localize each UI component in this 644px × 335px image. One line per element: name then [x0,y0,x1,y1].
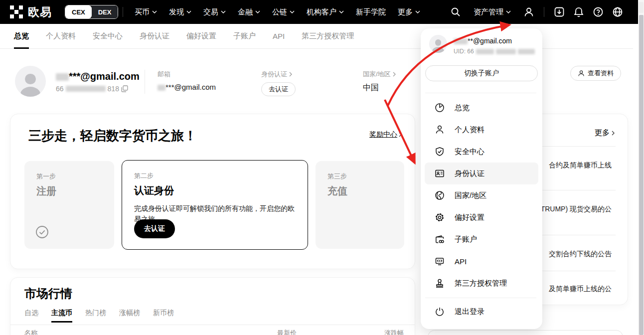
check-circle-icon [35,225,49,239]
market-tab-favorites[interactable]: 自选 [24,309,38,323]
tab-subaccounts[interactable]: 子账户 [233,24,256,49]
column-name: 名称 [24,329,37,335]
chevron-down-icon [290,10,295,13]
globe-icon[interactable] [612,6,623,17]
announcements-more-link[interactable]: 更多 [595,128,615,138]
step-title: 注册 [36,184,102,198]
toggle-cex[interactable]: CEX [65,5,92,18]
nav-more[interactable]: 更多 [398,7,420,17]
assets-menu[interactable]: 资产管理 [474,7,511,17]
id-card-icon [435,168,445,178]
tab-api[interactable]: API [273,24,285,49]
chevron-down-icon [255,10,260,13]
nav-buy-crypto[interactable]: 买币 [135,7,157,17]
search-icon[interactable] [450,6,461,17]
step-number: 第一步 [36,172,102,181]
help-icon[interactable] [593,6,604,17]
menu-overview[interactable]: 总览 [425,97,538,119]
nav-chains[interactable]: 公链 [272,7,295,17]
nav-trade[interactable]: 交易 [203,7,226,17]
gear-icon [435,212,445,222]
menu-identity-verification[interactable]: 身份认证 [425,163,538,184]
step-number: 第二步 [134,171,296,180]
nav-academy[interactable]: 新手学院 [356,7,386,17]
scrollbar-up-button[interactable] [639,2,644,13]
step-title: 充值 [327,184,392,198]
menu-logout[interactable]: 退出登录 [425,301,538,323]
top-navbar: 欧易 CEX DEX 买币 发现 交易 金融 公链 机构客户 新手学院 更多 资… [0,0,644,24]
email-label: 邮箱 [158,70,216,79]
menu-personal-info[interactable]: 个人资料 [425,119,538,141]
tab-third-party-auth[interactable]: 第三方授权管理 [302,24,354,49]
rewards-center-link[interactable]: 奖励中心 [369,130,402,139]
menu-security-center[interactable]: 安全中心 [425,141,538,163]
pie-chart-icon [435,103,445,113]
announcement-item[interactable]: TRUMP) 现货交易的公 [541,205,612,214]
tab-identity-verification[interactable]: 身份认证 [140,24,169,49]
account-uid: 66818 [56,85,128,93]
brand-name[interactable]: 欧易 [28,4,52,20]
navbar-divider [123,7,123,17]
step-number: 第三步 [327,172,392,181]
switch-subaccount-button[interactable]: 切换子账户 [425,65,538,81]
kyc-label[interactable]: 身份认证 [261,70,296,79]
cex-dex-toggle: CEX DEX [65,5,118,19]
chevron-right-icon [393,72,396,77]
menu-preferences[interactable]: 偏好设置 [425,206,538,228]
api-icon [435,256,445,266]
market-tab-new[interactable]: 新币榜 [153,309,174,323]
account-icon[interactable] [523,6,534,17]
market-tab-hot[interactable]: 热门榜 [85,309,106,323]
column-change: 涨跌幅 [384,329,404,335]
verify-now-button[interactable]: 去认证 [261,82,296,96]
dropdown-uid: UID: 66 [454,48,535,55]
nav-finance[interactable]: 金融 [238,7,260,17]
toggle-dex[interactable]: DEX [92,5,118,18]
dropdown-menu: 总览 个人资料 安全中心 身份认证 国家/地区 偏好设置 [425,97,538,294]
chevron-down-icon [152,10,157,13]
download-icon[interactable] [554,6,565,17]
announcement-item[interactable]: 合约及简单赚币上线 [549,161,612,170]
tab-overview[interactable]: 总览 [14,24,29,49]
okx-account-overview-page: 欧易 CEX DEX 买币 发现 交易 金融 公链 机构客户 新手学院 更多 资… [0,0,644,335]
onboarding-card: 三步走，轻启数字货币之旅！ 奖励中心 第一步 注册 第二步 认证身份 完成身份认… [10,114,415,269]
market-tab-mainstream[interactable]: 主流币 [51,309,72,323]
kyc-field: 身份认证 去认证 [261,70,296,96]
copy-icon[interactable] [121,85,128,92]
page-scrollbar[interactable] [638,0,644,335]
announcement-item[interactable]: 及简单赚币上线的公 [549,285,612,294]
okx-logo-icon[interactable] [10,5,23,18]
nav-discover[interactable]: 发现 [169,7,191,17]
tab-security-center[interactable]: 安全中心 [93,24,123,49]
chevron-down-icon [186,10,191,13]
nav-institutions[interactable]: 机构客户 [307,7,344,17]
account-email: ***@gmail.com [56,71,140,82]
shield-check-icon [435,147,445,157]
bell-icon[interactable] [573,6,584,17]
announcement-item[interactable]: 交割合约下线的公告 [549,250,612,259]
region-value: 中国 [363,83,396,93]
market-tab-gainers[interactable]: 涨幅榜 [119,309,140,323]
subaccount-icon [435,234,445,244]
region-field: 国家/地区 中国 [363,70,396,93]
menu-third-party-auth[interactable]: 第三方授权管理 [425,272,538,294]
primary-nav: 买币 发现 交易 金融 公链 机构客户 新手学院 更多 [135,0,420,24]
chevron-down-icon [506,10,511,13]
menu-country-region[interactable]: 国家/地区 [425,184,538,206]
chevron-right-icon [612,131,615,136]
region-label[interactable]: 国家/地区 [363,70,396,79]
onboarding-title: 三步走，轻启数字货币之旅！ [28,127,197,145]
step-register-card: 第一步 注册 [24,161,114,249]
menu-api[interactable]: API [425,250,538,272]
navbar-divider [544,7,544,17]
tab-personal-info[interactable]: 个人资料 [46,24,76,49]
view-profile-button[interactable]: 查看资料 [570,66,621,81]
power-icon [435,307,445,317]
scrollbar-thumb[interactable] [639,15,644,335]
market-tabs: 自选 主流币 热门榜 涨幅榜 新币榜 [24,309,174,323]
globe-icon [435,190,445,200]
go-verify-button[interactable]: 去认证 [134,219,175,238]
tab-preferences[interactable]: 偏好设置 [186,24,216,49]
divider [425,93,536,93]
menu-subaccounts[interactable]: 子账户 [425,228,538,250]
